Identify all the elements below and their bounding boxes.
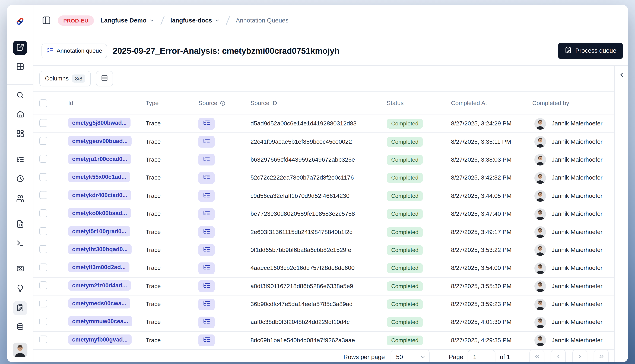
trace-source-badge[interactable] [198,136,215,148]
trace-source-badge[interactable] [198,226,215,238]
avatar [534,154,546,166]
row-id-badge[interactable]: cmetyl5r100grad0... [68,226,130,236]
row-checkbox[interactable] [39,227,47,235]
row-id-badge[interactable]: cmetym2fz00d4ad... [68,280,131,290]
sidebar-item-dashboards[interactable] [13,127,27,141]
row-checkbox[interactable] [39,119,47,127]
table-row[interactable]: cmetyg5j800bwad... Trace d5ad9d52a00c6e1… [34,115,614,133]
table-row[interactable]: cmetyk55x00c1ad... Trace 52c72c2222ea78e… [34,169,614,187]
previous-page-button[interactable] [551,350,566,362]
user-avatar[interactable] [13,342,28,357]
sidebar-item-annotation-queues[interactable] [13,301,27,315]
row-id-badge[interactable]: cmetygeov00buad... [68,136,131,146]
row-id-cell: cmetygeov00buad... [68,136,146,148]
trace-source-badge[interactable] [198,298,215,310]
list-tree-icon [203,264,210,273]
column-header-completed-by[interactable]: Completed by [532,100,614,107]
process-queue-button[interactable]: Process queue [558,43,623,59]
sidebar-item-datasets[interactable] [13,320,27,334]
table-row[interactable]: cmetykdr400ciad0... Trace c9d56ca32efaff… [34,187,614,205]
column-header-type[interactable]: Type [146,100,198,107]
row-id-badge[interactable]: cmetyg5j800bwad... [68,118,130,128]
table-row[interactable]: cmetygeov00buad... Trace 22c41f09acae5b1… [34,133,614,151]
sidebar-item-open-app[interactable] [13,41,27,55]
trace-source-badge[interactable] [198,244,215,256]
trace-source-badge[interactable] [198,172,215,184]
table-row[interactable]: cmetymyfb00gvad... Trace 8dc69b1ba1e540b… [34,332,614,350]
row-checkbox[interactable] [39,209,47,217]
row-checkbox[interactable] [39,191,47,199]
row-checkbox[interactable] [39,300,47,307]
sidebar-item-prompts[interactable] [13,218,27,232]
sidebar-toggle-button[interactable] [42,16,51,25]
trace-source-badge[interactable] [198,335,215,346]
row-checkbox[interactable] [39,173,47,181]
row-checkbox[interactable] [39,318,47,325]
avatar [534,280,546,292]
row-id-badge[interactable]: cmetykdr400ciad0... [68,190,131,200]
table-row[interactable]: cmetylht300bqad0... Trace 0f1dd65b7bb9bf… [34,241,614,259]
page-number-input[interactable] [468,350,495,362]
table-row[interactable]: cmetyju1r00ccad0... Trace b63297665cfd44… [34,151,614,169]
table-row[interactable]: cmetymeds00cwa... Trace 36b90cdfc47e5da1… [34,296,614,314]
column-header-source[interactable]: Source [198,100,251,107]
sidebar-item-tracing[interactable] [13,153,27,167]
row-checkbox[interactable] [39,137,47,145]
row-checkbox[interactable] [39,264,47,271]
row-source-cell [198,316,251,328]
first-page-button[interactable] [529,350,544,362]
select-all-checkbox[interactable] [39,99,47,107]
trace-source-badge[interactable] [198,262,215,274]
completed-by-name: Jannik Maierhoefer [552,192,602,200]
table-row[interactable]: cmetym2fz00d4ad... Trace a0df3f901167218… [34,278,614,296]
table-row[interactable]: cmetylt3m00d2ad... Trace 4aaece1603cb2e1… [34,259,614,278]
list-tree-icon [203,282,210,291]
sidebar-item-search[interactable] [13,88,27,102]
trace-source-badge[interactable] [198,208,215,220]
trace-source-badge[interactable] [198,118,215,130]
row-id-badge[interactable]: cmetylht300bqad0... [68,244,131,254]
column-header-id[interactable]: Id [68,100,146,107]
sidebar-item-home[interactable] [13,108,27,122]
right-rail [614,66,628,362]
table-row[interactable]: cmetyko0k00bsad... Trace be7723e30d80205… [34,205,614,223]
sidebar-item-suggestions[interactable] [13,282,27,296]
row-checkbox[interactable] [39,246,47,253]
collapse-panel-button[interactable] [617,70,626,79]
last-page-button[interactable] [594,350,609,362]
row-checkbox[interactable] [39,336,47,344]
sidebar-item-users[interactable] [13,192,27,206]
row-id-badge[interactable]: cmetymyfb00gvad... [68,334,131,345]
breadcrumb-org[interactable]: Langfuse Demo [100,17,154,24]
trace-source-badge[interactable] [198,190,215,202]
row-checkbox[interactable] [39,282,47,289]
sidebar-item-evaluation[interactable] [13,262,27,276]
environment-badge[interactable]: PROD-EU [58,15,94,26]
info-icon[interactable] [220,100,226,106]
rows-per-page-select[interactable]: 50 [391,350,430,362]
row-id-badge[interactable]: cmetyk55x00c1ad... [68,172,130,182]
trace-source-badge[interactable] [198,280,215,292]
row-checkbox[interactable] [39,155,47,163]
row-id-badge[interactable]: cmetymeds00cwa... [68,298,130,308]
sidebar-item-projects-grid[interactable] [13,60,27,74]
columns-button[interactable]: Columns8/8 [39,71,91,86]
row-height-button[interactable] [96,71,113,86]
trace-source-badge[interactable] [198,154,215,166]
sidebar-item-sessions[interactable] [13,172,27,186]
column-header-source-id[interactable]: Source ID [251,100,387,107]
row-id-badge[interactable]: cmetymmuw00cea... [68,316,132,326]
row-checkbox-cell [39,336,68,345]
table-row[interactable]: cmetyl5r100grad0... Trace 2e603f31361115… [34,223,614,242]
breadcrumb-project[interactable]: langfuse-docs [170,17,220,24]
trace-source-badge[interactable] [198,316,215,328]
row-status-cell: Completed [387,155,451,165]
sidebar-item-playground[interactable] [13,237,27,251]
column-header-completed-at[interactable]: Completed At [451,100,532,107]
row-id-badge[interactable]: cmetyju1r00ccad0... [68,154,131,164]
column-header-status[interactable]: Status [387,100,451,107]
next-page-button[interactable] [572,350,587,362]
row-id-badge[interactable]: cmetyko0k00bsad... [68,208,131,218]
row-id-badge[interactable]: cmetylt3m00d2ad... [68,262,130,272]
table-row[interactable]: cmetymmuw00cea... Trace aaf0c38db0f3f204… [34,314,614,332]
